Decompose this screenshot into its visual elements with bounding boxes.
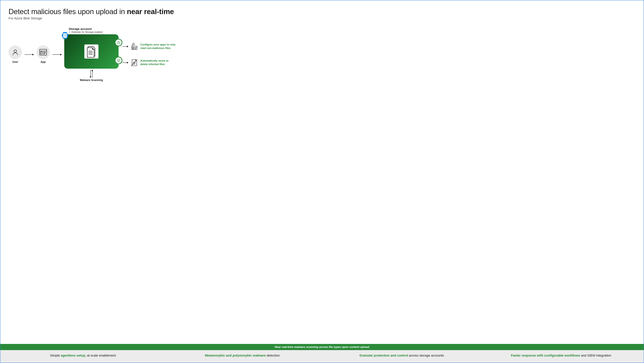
feature-text: at scale enablement xyxy=(86,354,116,357)
svg-point-12 xyxy=(118,61,119,61)
feature-text: across storage accounts xyxy=(408,354,444,357)
document-icon xyxy=(84,44,98,58)
feature-3: Granular protection and control across s… xyxy=(324,353,480,358)
output-row-bottom: Automatically move or delete infected fi… xyxy=(122,59,176,67)
arrow-down-icon xyxy=(90,70,91,78)
arrow-icon xyxy=(122,62,128,63)
user-app-icon xyxy=(130,42,138,50)
flow-diagram: User App xyxy=(8,27,636,82)
app-label: App xyxy=(41,60,46,63)
feature-1: Simple agentless setup, at scale enablem… xyxy=(5,353,161,358)
outputs: Configure your apps to only read non-mal… xyxy=(122,42,176,67)
svg-point-0 xyxy=(14,50,16,52)
defender-label: Defender for Storage enabled xyxy=(72,31,102,33)
arrow-up-icon xyxy=(92,70,92,78)
app-node: App xyxy=(36,45,50,63)
svg-rect-16 xyxy=(132,48,134,49)
svg-rect-3 xyxy=(40,52,42,54)
user-node: User xyxy=(8,45,22,63)
user-label: User xyxy=(12,60,18,63)
storage-hex-icon: 10 01 xyxy=(62,32,68,39)
svg-point-13 xyxy=(133,43,134,45)
slide-frame: Detect malicious files upon upload in ne… xyxy=(0,0,644,363)
feature-highlight: Metamorphic and polymorphic malware xyxy=(205,354,266,357)
page-title: Detect malicious files upon upload in ne… xyxy=(8,7,636,16)
arrow-icon xyxy=(122,46,128,47)
delete-file-icon xyxy=(130,59,138,67)
app-icon xyxy=(36,45,50,59)
scan-arrows xyxy=(64,70,118,78)
svg-rect-10 xyxy=(118,42,120,44)
feature-highlight: Granular protection and control xyxy=(360,354,408,357)
output-text-top: Configure your apps to only read non-mal… xyxy=(140,43,176,50)
storage-header: Storage account ✓ Defender for Storage e… xyxy=(69,27,118,33)
feature-4: Faster response with configurable workfl… xyxy=(483,353,639,358)
feature-text: Simple xyxy=(50,354,61,357)
storage-title: Storage account xyxy=(69,27,118,31)
title-plain: Detect malicious files upon upload in xyxy=(8,7,127,16)
feature-highlight: agentless setup, xyxy=(61,354,86,357)
storage-box: 10 01 xyxy=(64,34,118,69)
storage-node: Storage account ✓ Defender for Storage e… xyxy=(64,27,118,82)
defender-status: ✓ Defender for Storage enabled xyxy=(69,31,118,33)
user-icon xyxy=(8,45,22,59)
page-subtitle: For Azure Blob Storage xyxy=(8,16,636,20)
feature-text: and SIEM integration xyxy=(580,354,611,357)
scan-label: Malware Scanning xyxy=(64,79,118,82)
feature-text: detection xyxy=(266,354,280,357)
title-bold: near real-time xyxy=(127,7,174,16)
arrow-icon xyxy=(25,54,34,55)
lock-icon xyxy=(115,39,122,46)
shield-icon xyxy=(115,57,122,64)
arrow-icon xyxy=(52,54,62,55)
feature-2: Metamorphic and polymorphic malware dete… xyxy=(164,353,320,358)
slide-content: Detect malicious files upon upload in ne… xyxy=(0,0,644,344)
feature-row: Simple agentless setup, at scale enablem… xyxy=(0,350,644,363)
hex-line2: 01 xyxy=(64,35,66,37)
feature-highlight: Faster response with configurable workfl… xyxy=(511,354,580,357)
output-row-top: Configure your apps to only read non-mal… xyxy=(122,42,176,50)
feature-banner: Near real-time malware scanning across f… xyxy=(0,344,644,350)
output-text-bottom: Automatically move or delete infected fi… xyxy=(140,59,176,66)
check-icon: ✓ xyxy=(69,31,70,33)
